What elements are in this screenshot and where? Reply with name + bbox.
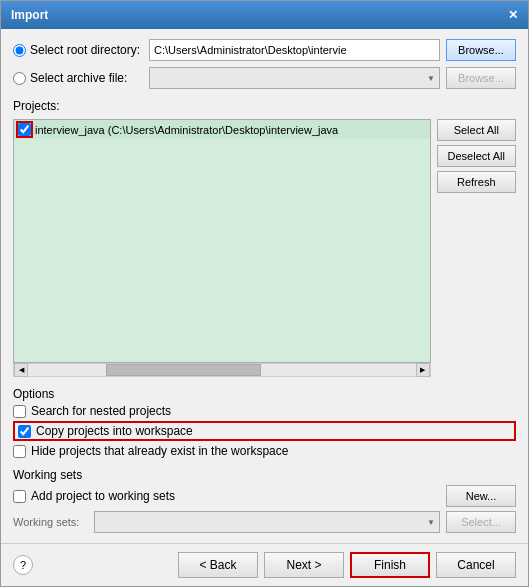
options-title: Options: [13, 387, 516, 401]
new-button[interactable]: New...: [446, 485, 516, 507]
add-working-sets-row: Add project to working sets New...: [13, 485, 516, 507]
footer-buttons: < Back Next > Finish Cancel: [178, 552, 516, 578]
next-button[interactable]: Next >: [264, 552, 344, 578]
dialog-titlebar: Import ✕: [1, 1, 528, 29]
projects-list[interactable]: interview_java (C:\Users\Administrator\D…: [13, 119, 431, 363]
root-dir-radio[interactable]: [13, 44, 26, 57]
dialog-title-text: Import: [11, 8, 48, 22]
back-button[interactable]: < Back: [178, 552, 258, 578]
archive-radio-label[interactable]: Select archive file:: [13, 71, 143, 85]
archive-dropdown-arrow: ▼: [427, 74, 435, 83]
options-section: Options Search for nested projects Copy …: [13, 387, 516, 458]
working-sets-field-label: Working sets:: [13, 516, 88, 528]
import-dialog: Import ✕ Select root directory: Browse..…: [0, 0, 529, 587]
copy-projects-row: Copy projects into workspace: [13, 421, 516, 441]
browse-root-button[interactable]: Browse...: [446, 39, 516, 61]
archive-label: Select archive file:: [30, 71, 127, 85]
archive-input[interactable]: ▼: [149, 67, 440, 89]
browse-archive-button[interactable]: Browse...: [446, 67, 516, 89]
working-sets-input[interactable]: ▼: [94, 511, 440, 533]
help-button[interactable]: ?: [13, 555, 33, 575]
root-dir-input[interactable]: [149, 39, 440, 61]
archive-radio[interactable]: [13, 72, 26, 85]
working-sets-section: Working sets Add project to working sets…: [13, 468, 516, 533]
close-icon[interactable]: ✕: [508, 8, 518, 22]
working-sets-field-row: Working sets: ▼ Select...: [13, 511, 516, 533]
working-sets-title: Working sets: [13, 468, 516, 482]
hide-projects-checkbox[interactable]: [13, 445, 26, 458]
add-working-checkbox-row: Add project to working sets: [13, 489, 175, 503]
scroll-thumb: [106, 364, 261, 376]
project-item[interactable]: interview_java (C:\Users\Administrator\D…: [14, 120, 430, 139]
select-button[interactable]: Select...: [446, 511, 516, 533]
root-dir-radio-label[interactable]: Select root directory:: [13, 43, 143, 57]
add-working-checkbox[interactable]: [13, 490, 26, 503]
add-working-label: Add project to working sets: [31, 489, 175, 503]
projects-area: interview_java (C:\Users\Administrator\D…: [13, 119, 516, 377]
search-nested-checkbox[interactable]: [13, 405, 26, 418]
projects-label-text: Projects:: [13, 99, 60, 113]
projects-action-buttons: Select All Deselect All Refresh: [437, 119, 516, 377]
cancel-button[interactable]: Cancel: [436, 552, 516, 578]
finish-button[interactable]: Finish: [350, 552, 430, 578]
root-dir-row: Select root directory: Browse...: [13, 39, 516, 61]
dialog-footer: ? < Back Next > Finish Cancel: [1, 543, 528, 586]
hide-projects-row: Hide projects that already exist in the …: [13, 444, 516, 458]
hide-projects-label: Hide projects that already exist in the …: [31, 444, 288, 458]
archive-file-row: Select archive file: ▼ Browse...: [13, 67, 516, 89]
search-nested-row: Search for nested projects: [13, 404, 516, 418]
refresh-button[interactable]: Refresh: [437, 171, 516, 193]
project-checkbox[interactable]: [18, 123, 31, 136]
search-nested-label: Search for nested projects: [31, 404, 171, 418]
project-item-text: interview_java (C:\Users\Administrator\D…: [35, 124, 338, 136]
copy-projects-label: Copy projects into workspace: [36, 424, 193, 438]
horizontal-scrollbar[interactable]: ◀ ▶: [13, 363, 431, 377]
scroll-left-btn[interactable]: ◀: [14, 363, 28, 377]
select-all-button[interactable]: Select All: [437, 119, 516, 141]
scroll-track: [28, 364, 416, 376]
dialog-body: Select root directory: Browse... Select …: [1, 29, 528, 543]
copy-projects-checkbox[interactable]: [18, 425, 31, 438]
working-sets-dropdown-arrow: ▼: [427, 518, 435, 527]
deselect-all-button[interactable]: Deselect All: [437, 145, 516, 167]
projects-section-label: Projects:: [13, 99, 516, 113]
scroll-right-btn[interactable]: ▶: [416, 363, 430, 377]
root-dir-label: Select root directory:: [30, 43, 140, 57]
